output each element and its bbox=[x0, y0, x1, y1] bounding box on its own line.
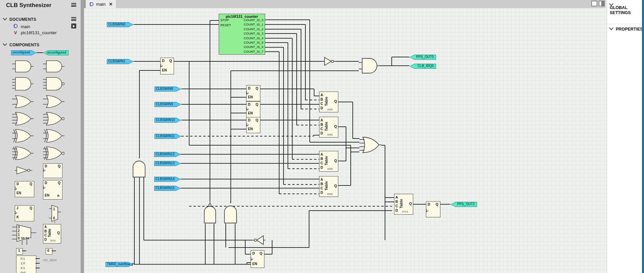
or4-gate[interactable] bbox=[359, 136, 382, 154]
ff-q-label: Q bbox=[256, 86, 258, 90]
ff-q-label: Q bbox=[58, 181, 60, 185]
input-pin-CLBSWIN15[interactable]: CLBSWIN15 bbox=[154, 186, 181, 191]
palette-or4[interactable] bbox=[12, 111, 34, 126]
palette-or2[interactable] bbox=[12, 95, 34, 109]
lookup-table-3088[interactable]: ABCDTableQ3088 bbox=[319, 92, 338, 112]
lookup-table-3088[interactable]: ABCDTableQ3088 bbox=[319, 176, 338, 197]
palette-jkff[interactable]: JQK bbox=[15, 205, 34, 221]
pin-label: CLBSWIN8 bbox=[156, 87, 173, 91]
palette-nand4[interactable] bbox=[43, 76, 65, 91]
right-panel: GLOBAL SETTINGS PROPERTIES bbox=[607, 0, 642, 273]
ff-d-label: D bbox=[248, 86, 251, 90]
sidebar-item-main[interactable]: main bbox=[13, 24, 30, 29]
wire bbox=[313, 135, 319, 135]
dff-en[interactable]: DQEN bbox=[251, 250, 264, 268]
nand-up-gate[interactable] bbox=[202, 201, 218, 224]
palette-xnor4[interactable] bbox=[43, 146, 65, 161]
palette-table[interactable]: ABCDTableQ0000 bbox=[43, 224, 61, 243]
palette-and4[interactable] bbox=[12, 76, 34, 91]
output-pin-CLB_IRQ0[interactable]: CLB_IRQ0 bbox=[409, 64, 436, 69]
sidebar-splitter[interactable] bbox=[81, 0, 84, 273]
wire bbox=[283, 47, 284, 184]
input-pin-unconfigured[interactable]: unconfigured bbox=[11, 50, 37, 55]
palette-counter[interactable]: 0:11:02:10x5 bbox=[16, 256, 36, 273]
input-pin-CLBSWIN12[interactable]: CLBSWIN12 bbox=[154, 152, 181, 157]
input-pin-CLBSWIN11[interactable]: CLBSWIN11 bbox=[155, 134, 181, 139]
output-pin-PPS_OUT0[interactable]: PPS_OUT0 bbox=[409, 55, 436, 60]
wire bbox=[36, 263, 40, 264]
pin-label: TMR0_overflow bbox=[107, 262, 134, 266]
table-port-B: B bbox=[320, 157, 323, 161]
run-synthesis-button[interactable] bbox=[71, 23, 76, 29]
palette-nor4[interactable] bbox=[43, 111, 65, 126]
palette-xor4[interactable] bbox=[12, 146, 34, 161]
single-pane-icon[interactable] bbox=[591, 1, 597, 6]
palette-dff-en[interactable]: DQEN bbox=[15, 181, 34, 197]
wire bbox=[181, 154, 319, 155]
palette-xor2-alt[interactable] bbox=[43, 128, 65, 143]
inverter-gate[interactable] bbox=[323, 56, 336, 67]
split-pane-icon[interactable] bbox=[599, 1, 605, 6]
and-up-gate[interactable] bbox=[222, 203, 239, 224]
input-pin-CLBSWIN10[interactable]: CLBSWIN10 bbox=[155, 118, 181, 123]
wire bbox=[353, 138, 359, 139]
output-pin-PPS_OUT2[interactable]: PPS_OUT2 bbox=[450, 202, 477, 207]
wire bbox=[284, 184, 319, 185]
table-port-D: D bbox=[44, 238, 47, 241]
palette-and2[interactable] bbox=[12, 60, 34, 73]
module-output-COUNT_IS_0: COUNT_IS_0 bbox=[244, 18, 263, 22]
input-pin-CLBSWIN9[interactable]: CLBSWIN9 bbox=[155, 102, 181, 107]
input-pin-CLBSWIN1[interactable]: CLBSWIN1 bbox=[107, 59, 134, 64]
wire bbox=[309, 211, 309, 248]
dff-en[interactable]: DQEN bbox=[160, 58, 174, 74]
palette-or2-alt[interactable] bbox=[43, 95, 65, 109]
palette-net-label[interactable]: net_label bbox=[43, 258, 57, 262]
input-pin-CLBSWIN13[interactable]: CLBSWIN13 bbox=[154, 161, 181, 166]
sidebar-item-pic16f131-counter[interactable]: V pic16f131_counter bbox=[13, 30, 57, 35]
module-output-COUNT_IS_7: COUNT_IS_7 bbox=[244, 50, 263, 53]
dff-en[interactable]: DQEN bbox=[246, 101, 260, 117]
global-settings-header[interactable]: GLOBAL SETTINGS bbox=[610, 5, 641, 15]
module-gate-icon bbox=[13, 24, 18, 29]
inverter-left-gate[interactable] bbox=[252, 234, 265, 246]
palette-xor2[interactable] bbox=[12, 128, 34, 143]
schematic-canvas[interactable]: pic16f131_counterSTOPRESETCOUNT_IS_0COUN… bbox=[84, 8, 606, 273]
counter-row: 0x5 bbox=[20, 271, 26, 273]
palette-not[interactable] bbox=[15, 165, 32, 176]
input-pin-TMR0_overflow[interactable]: TMR0_overflow bbox=[105, 262, 134, 267]
lookup-table-3088[interactable]: ABCDTableQ3088 bbox=[319, 117, 338, 138]
documents-menu-icon[interactable] bbox=[71, 17, 76, 21]
dff-en[interactable]: DQEN bbox=[246, 85, 260, 101]
ff-d-label: D bbox=[248, 102, 251, 106]
ff-en-label: EN bbox=[248, 95, 253, 99]
lookup-table-FFF6[interactable]: ABCDTableQFFF6 bbox=[394, 194, 413, 215]
wire bbox=[351, 152, 359, 152]
palette-const-1[interactable]: 1 bbox=[16, 248, 23, 255]
input-pin-CLBSWIN0[interactable]: CLBSWIN0 bbox=[107, 22, 134, 27]
palette-mux4[interactable]: 3 2 1 0 S0 S1 bbox=[12, 224, 39, 245]
documents-section-header[interactable]: DOCUMENTS bbox=[3, 17, 36, 22]
palette-mux2[interactable]: 10 bbox=[49, 204, 61, 223]
palette-and2-alt[interactable] bbox=[43, 60, 65, 73]
and3-up-gate[interactable] bbox=[131, 158, 147, 178]
module-pic16f131-counter[interactable]: pic16f131_counterSTOPRESETCOUNT_IS_0COUN… bbox=[219, 14, 265, 55]
output-pin-unconfigured[interactable]: unconfigured bbox=[43, 50, 69, 55]
dff[interactable]: DQ bbox=[426, 201, 440, 217]
table-port-B: B bbox=[320, 97, 323, 101]
wire bbox=[259, 89, 314, 89]
lookup-table-3088[interactable]: ABCDTableQ3088 bbox=[319, 151, 338, 172]
components-section-header[interactable]: COMPONENTS bbox=[3, 42, 39, 47]
palette-const-0[interactable]: 0 bbox=[46, 248, 52, 255]
palette-dff-en-r[interactable]: DQENR bbox=[43, 180, 62, 200]
input-pin-CLBSWIN14[interactable]: CLBSWIN14 bbox=[154, 177, 181, 182]
properties-header[interactable]: PROPERTIES bbox=[610, 26, 642, 32]
sidebar-menu-icon[interactable] bbox=[71, 3, 76, 7]
table-title: Table bbox=[399, 199, 403, 208]
input-pin-CLBSWIN8[interactable]: CLBSWIN8 bbox=[155, 87, 181, 92]
and2-gate[interactable] bbox=[359, 57, 380, 74]
wire bbox=[338, 185, 351, 186]
close-tab-icon[interactable]: ✕ bbox=[109, 2, 113, 7]
tab-main[interactable]: main ✕ bbox=[86, 0, 116, 8]
dff-en[interactable]: DQEN bbox=[246, 117, 260, 133]
palette-dff[interactable]: DQ bbox=[43, 163, 62, 178]
